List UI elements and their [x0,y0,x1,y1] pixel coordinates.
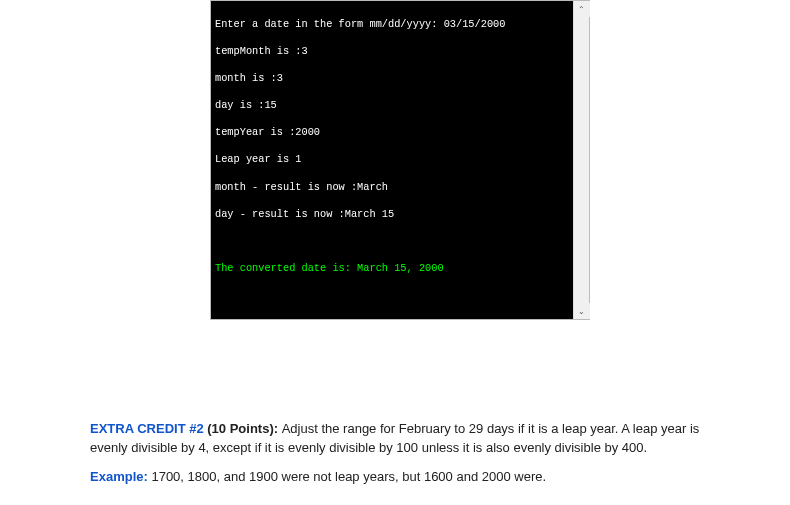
extra-credit-points: (10 Points): [204,421,282,436]
terminal-line: tempMonth is :3 [215,45,569,59]
terminal-line: day - result is now :March 15 [215,208,569,222]
terminal-line: Leap year is 1 [215,153,569,167]
example-body: 1700, 1800, and 1900 were not leap years… [148,469,546,484]
terminal-output: Enter a date in the form mm/dd/yyyy: 03/… [211,1,573,319]
chevron-down-icon: ⌄ [578,307,585,316]
example-paragraph: Example: 1700, 1800, and 1900 were not l… [90,468,710,487]
document-body: EXTRA CREDIT #2 (10 Points): Adjust the … [90,420,710,497]
scroll-down-button[interactable]: ⌄ [574,303,590,319]
terminal-blank-line [215,316,569,319]
scroll-up-button[interactable]: ⌃ [574,1,590,17]
chevron-up-icon: ⌃ [578,5,585,14]
page-root: Enter a date in the form mm/dd/yyyy: 03/… [0,0,790,505]
extra-credit-label: EXTRA CREDIT #2 [90,421,204,436]
extra-credit-paragraph: EXTRA CREDIT #2 (10 Points): Adjust the … [90,420,710,458]
terminal-window: Enter a date in the form mm/dd/yyyy: 03/… [210,0,590,320]
terminal-line: month is :3 [215,72,569,86]
scrollbar[interactable]: ⌃ ⌄ [573,1,589,319]
terminal-success-line: The converted date is: March 15, 2000 [215,262,569,276]
terminal-line: tempYear is :2000 [215,126,569,140]
terminal-line: month - result is now :March [215,181,569,195]
terminal-blank-line [215,235,569,249]
terminal-blank-line [215,289,569,303]
terminal-line: Enter a date in the form mm/dd/yyyy: 03/… [215,18,569,32]
terminal-line: day is :15 [215,99,569,113]
example-label: Example: [90,469,148,484]
